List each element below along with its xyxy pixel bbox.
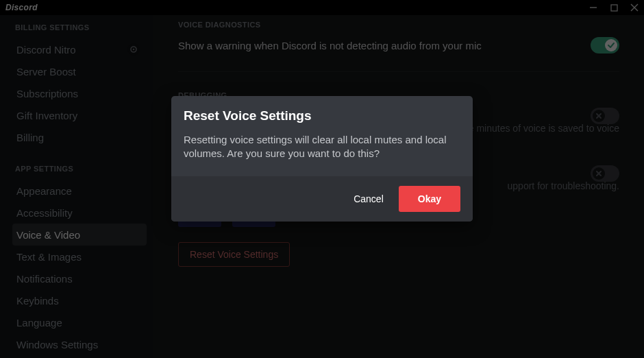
modal-text: Resetting voice settings will clear all … — [184, 133, 460, 161]
okay-button[interactable]: Okay — [399, 186, 460, 212]
reset-voice-modal: Reset Voice Settings Resetting voice set… — [171, 96, 473, 222]
modal-body: Reset Voice Settings Resetting voice set… — [171, 96, 473, 176]
modal-title: Reset Voice Settings — [184, 108, 460, 123]
cancel-button[interactable]: Cancel — [354, 193, 384, 204]
modal-footer: Cancel Okay — [171, 176, 473, 222]
app-window: Discord BILLING SETTINGS Discord Nitro — [0, 0, 644, 358]
modal-overlay: Reset Voice Settings Resetting voice set… — [0, 0, 644, 358]
